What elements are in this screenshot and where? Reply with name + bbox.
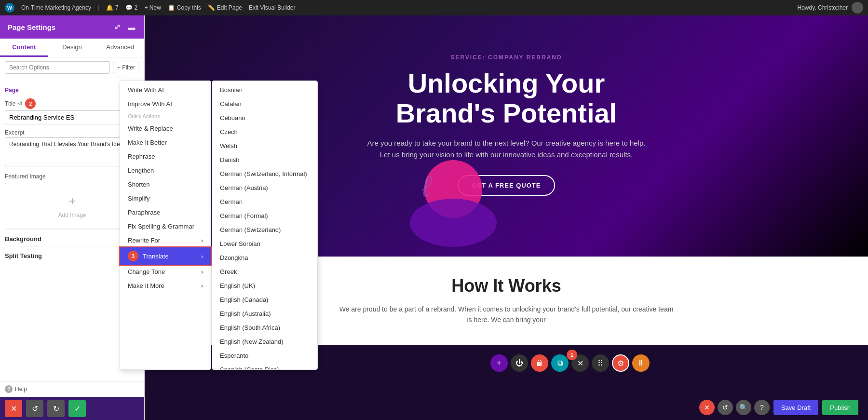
new-btn[interactable]: + New bbox=[144, 4, 161, 11]
rephrase-item[interactable]: Rephrase bbox=[120, 149, 211, 163]
publish-bar: ✕ ↺ 🔍 ? Save Draft Publish bbox=[699, 400, 858, 415]
blob-purple-decoration bbox=[410, 199, 497, 247]
filter-button[interactable]: + Filter bbox=[113, 62, 139, 73]
lang-dzongkha[interactable]: Dzongkha bbox=[212, 251, 317, 265]
lang-catalan[interactable]: Catalan bbox=[212, 97, 317, 111]
write-replace-item[interactable]: Write & Replace bbox=[120, 122, 211, 135]
shorten-item[interactable]: Shorten bbox=[120, 177, 211, 191]
floating-toolbar: + ⏻ 🗑 ⧉ ✕ 1 ⠿ ⚙ ⏸ bbox=[490, 354, 650, 372]
change-tone-item[interactable]: Change Tone › bbox=[120, 265, 211, 279]
translate-arrow-icon: › bbox=[201, 253, 203, 260]
quick-actions-label: Quick Actions bbox=[120, 111, 211, 122]
tab-design[interactable]: Design bbox=[48, 39, 96, 57]
comment-count: 2 bbox=[135, 4, 138, 11]
lang-german-switz-informal[interactable]: German (Switzerland, Informal) bbox=[212, 167, 317, 181]
sidebar-bottom: ? Help bbox=[0, 381, 144, 397]
discard-button[interactable]: ✕ bbox=[699, 400, 715, 415]
lang-german-switz[interactable]: German (Switzerland) bbox=[212, 223, 317, 237]
notification-count: 7 bbox=[115, 4, 119, 11]
ai-dropdown-overlay: Write With AI Improve With AI Quick Acti… bbox=[120, 81, 318, 370]
translate-item[interactable]: 3 Translate › bbox=[120, 247, 211, 265]
sidebar: Page Settings ⤢ ▬ Content Design Advance… bbox=[0, 15, 145, 420]
lengthen-item[interactable]: Lengthen bbox=[120, 163, 211, 177]
make-better-item[interactable]: Make It Better bbox=[120, 135, 211, 149]
background-label: Background bbox=[5, 235, 41, 243]
right-icons: ✕ ↺ 🔍 ? bbox=[699, 400, 770, 415]
help-circle-icon: ? bbox=[5, 385, 13, 393]
lang-lower-sorbian[interactable]: Lower Sorbian bbox=[212, 237, 317, 251]
confirm-button[interactable]: ✓ bbox=[68, 400, 86, 417]
new-label: + New bbox=[144, 4, 161, 11]
lang-german[interactable]: German bbox=[212, 195, 317, 209]
add-element-button[interactable]: + bbox=[490, 354, 508, 372]
step-3-badge: 3 bbox=[128, 251, 138, 261]
paraphrase-item[interactable]: Paraphrase bbox=[120, 205, 211, 219]
top-bar-right: Howdy, Christopher bbox=[798, 2, 863, 14]
lang-cebuano[interactable]: Cebuano bbox=[212, 111, 317, 125]
pause-button[interactable]: ⏸ bbox=[632, 354, 650, 372]
make-it-more-item[interactable]: Make It More › bbox=[120, 279, 211, 293]
tab-content[interactable]: Content bbox=[0, 39, 48, 57]
lang-greek[interactable]: Greek bbox=[212, 265, 317, 279]
maximize-icon[interactable]: ⤢ bbox=[112, 22, 122, 32]
user-avatar[interactable] bbox=[852, 2, 863, 14]
add-image-label: Add Image bbox=[58, 212, 86, 218]
agency-link[interactable]: On-Time Marketing Agency bbox=[21, 4, 91, 11]
lang-german-formal[interactable]: German (Formal) bbox=[212, 209, 317, 223]
sidebar-header: Page Settings ⤢ ▬ bbox=[0, 15, 144, 39]
tab-advanced[interactable]: Advanced bbox=[96, 39, 144, 57]
lang-german-austria[interactable]: German (Austria) bbox=[212, 181, 317, 195]
settings-button[interactable]: ⚙ bbox=[612, 354, 629, 372]
help-button[interactable]: ? Help bbox=[5, 385, 27, 393]
lang-english-new-zealand[interactable]: English (New Zealand) bbox=[212, 335, 317, 349]
history-button[interactable]: ↺ bbox=[718, 400, 733, 415]
search-page-button[interactable]: 🔍 bbox=[736, 400, 751, 415]
lang-spanish-costa-rica[interactable]: Spanish (Costa Rica) bbox=[212, 363, 317, 370]
fix-spelling-item[interactable]: Fix Spelling & Grammar bbox=[120, 219, 211, 233]
rewrite-for-item[interactable]: Rewrite For › bbox=[120, 233, 211, 247]
curly-letter-decoration: ℓ bbox=[422, 170, 431, 203]
redo-button[interactable]: ↻ bbox=[47, 400, 65, 417]
lang-bosnian[interactable]: Bosnian bbox=[212, 83, 317, 97]
save-draft-button[interactable]: Save Draft bbox=[773, 400, 818, 415]
copy-element-button[interactable]: ⧉ bbox=[551, 354, 569, 372]
lang-english-australia[interactable]: English (Australia) bbox=[212, 307, 317, 321]
edit-page-btn[interactable]: ✏️ Edit Page bbox=[208, 4, 242, 11]
minimize-icon[interactable]: ▬ bbox=[127, 22, 136, 32]
lang-danish[interactable]: Danish bbox=[212, 153, 317, 167]
write-with-ai-item[interactable]: Write With AI bbox=[120, 83, 211, 97]
undo-button[interactable]: ↺ bbox=[26, 400, 43, 417]
lang-english-canada[interactable]: English (Canada) bbox=[212, 293, 317, 307]
wp-logo-icon[interactable]: W bbox=[5, 3, 14, 13]
pencil-icon: ✏️ bbox=[208, 4, 215, 11]
exit-builder-btn[interactable]: Exit Visual Builder bbox=[249, 4, 296, 11]
change-tone-arrow-icon: › bbox=[201, 268, 203, 275]
drag-button[interactable]: ⠿ bbox=[592, 354, 609, 372]
lang-english-south-africa[interactable]: English (South Africa) bbox=[212, 321, 317, 335]
publish-button[interactable]: Publish bbox=[822, 400, 858, 415]
sidebar-tabs: Content Design Advanced bbox=[0, 39, 144, 57]
undo-title-icon[interactable]: ↺ bbox=[18, 100, 23, 107]
question-button[interactable]: ? bbox=[754, 400, 770, 415]
lang-czech[interactable]: Czech bbox=[212, 125, 317, 139]
comments-btn[interactable]: 💬 2 bbox=[125, 4, 138, 11]
howdy-text: Howdy, Christopher bbox=[798, 4, 848, 11]
lang-english-uk[interactable]: English (UK) bbox=[212, 279, 317, 293]
copy-this-btn[interactable]: 📋 Copy this bbox=[168, 4, 201, 11]
add-image-icon: ＋ bbox=[15, 193, 129, 208]
cancel-button[interactable]: ✕ bbox=[5, 400, 22, 417]
language-submenu: Bosnian Catalan Cebuano Czech Welsh Dani… bbox=[212, 81, 318, 370]
split-testing-label: Split Testing bbox=[5, 252, 42, 259]
simplify-item[interactable]: Simplify bbox=[120, 191, 211, 205]
bottom-action-bar: ✕ ↺ ↻ ✓ bbox=[0, 397, 144, 420]
lang-welsh[interactable]: Welsh bbox=[212, 139, 317, 153]
make-more-arrow-icon: › bbox=[201, 282, 203, 289]
agency-name: On-Time Marketing Agency bbox=[21, 4, 91, 11]
improve-with-ai-item[interactable]: Improve With AI bbox=[120, 97, 211, 111]
notifications-btn[interactable]: 🔔 7 bbox=[106, 4, 119, 11]
search-input[interactable] bbox=[5, 61, 110, 74]
top-bar: W On-Time Marketing Agency | 🔔 7 💬 2 + N… bbox=[0, 0, 868, 15]
power-button[interactable]: ⏻ bbox=[511, 354, 528, 372]
lang-esperanto[interactable]: Esperanto bbox=[212, 349, 317, 363]
delete-button[interactable]: 🗑 bbox=[531, 354, 548, 372]
